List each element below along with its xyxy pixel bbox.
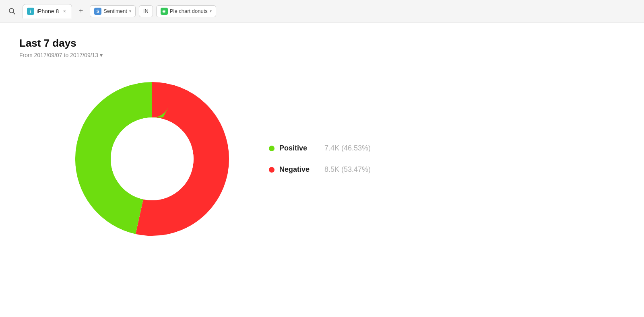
negative-value: 8.5K (53.47%)	[324, 165, 371, 174]
sentiment-tab-label: Sentiment	[103, 8, 127, 14]
positive-label: Positive	[279, 144, 320, 152]
chart-icon: ◉	[161, 8, 168, 15]
main-content: Last 7 days From 2017/09/07 to 2017/09/1…	[0, 23, 644, 258]
chart-chevron-icon: ▾	[210, 9, 212, 13]
chart-legend: Positive 7.4K (46.53%) Negative 8.5K (53…	[269, 144, 371, 174]
chart-area: Positive 7.4K (46.53%) Negative 8.5K (53…	[19, 70, 625, 243]
add-tab-button[interactable]: +	[75, 6, 87, 17]
tab-iphone-label: iPhone 8	[37, 8, 59, 14]
legend-item-positive: Positive 7.4K (46.53%)	[269, 144, 371, 152]
positive-dot	[269, 146, 275, 151]
chart-tab[interactable]: ◉ Pie chart donuts ▾	[156, 5, 216, 17]
sentiment-tab[interactable]: S Sentiment ▾	[90, 5, 136, 17]
negative-label: Negative	[279, 165, 320, 174]
legend-item-negative: Negative 8.5K (53.47%)	[269, 165, 371, 174]
donut-chart	[68, 74, 237, 243]
svg-line-1	[13, 12, 15, 14]
sentiment-icon: S	[94, 8, 101, 15]
date-range-chevron-icon: ▾	[100, 52, 103, 58]
topbar: i iPhone 8 × + S Sentiment ▾ IN ◉ Pie ch…	[0, 0, 644, 23]
negative-dot	[269, 167, 275, 173]
page-title: Last 7 days	[19, 37, 625, 49]
date-range-label: From 2017/09/07 to 2017/09/13	[19, 52, 98, 58]
tab-iphone8[interactable]: i iPhone 8 ×	[23, 4, 72, 19]
tab-icon-iphone: i	[27, 8, 34, 15]
tab-close-button[interactable]: ×	[61, 8, 68, 14]
date-range-selector[interactable]: From 2017/09/07 to 2017/09/13 ▾	[19, 52, 625, 58]
positive-value: 7.4K (46.53%)	[324, 144, 371, 152]
search-button[interactable]	[5, 4, 19, 19]
chart-tab-label: Pie chart donuts	[170, 8, 208, 14]
sentiment-chevron-icon: ▾	[129, 9, 131, 13]
in-pill-button[interactable]: IN	[139, 5, 153, 17]
donut-hole	[111, 117, 194, 200]
